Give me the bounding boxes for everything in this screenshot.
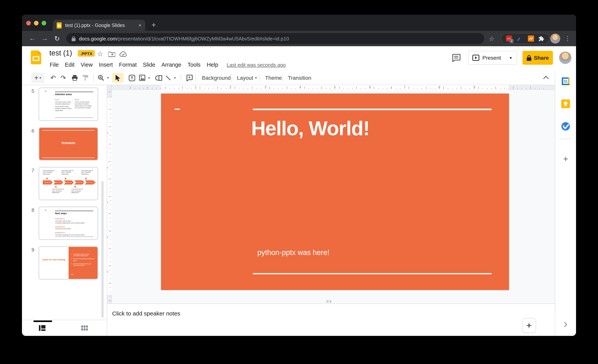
slide-title[interactable]: Hello, World!: [251, 117, 369, 140]
new-slide-button[interactable]: + ▾: [31, 73, 44, 83]
side-panel: 31 +: [555, 71, 576, 336]
slides-logo[interactable]: [31, 50, 41, 64]
document-title[interactable]: test (1): [49, 49, 72, 58]
password-manager-extension-icon[interactable]: ••• 2: [506, 35, 512, 41]
menu-tools[interactable]: Tools: [184, 60, 204, 69]
ruler-number: 2: [107, 167, 109, 168]
current-slide[interactable]: Hello, World! python-pptx was here!: [161, 94, 509, 290]
mini-title: Next steps: [55, 212, 67, 215]
slides-favicon: [57, 22, 62, 28]
account-avatar[interactable]: [559, 52, 571, 64]
comment-history-icon[interactable]: [452, 54, 460, 62]
mini-heading: Assignment 3: [55, 232, 92, 233]
menu-help[interactable]: Help: [204, 60, 221, 69]
insert-comment-button[interactable]: [184, 73, 194, 83]
eyedropper-extension-icon[interactable]: [517, 35, 523, 41]
google-keep-icon[interactable]: [561, 99, 570, 108]
hide-side-panel-chevron-icon[interactable]: [564, 322, 567, 327]
mini-heading: Assignment 2: [55, 226, 92, 228]
analytics-extension-icon[interactable]: [528, 35, 534, 41]
move-to-folder-icon[interactable]: [108, 51, 115, 57]
speaker-notes-placeholder[interactable]: Click to add speaker notes: [112, 310, 180, 317]
menu-format[interactable]: Format: [116, 60, 140, 69]
bookmark-star-icon[interactable]: ☆: [487, 33, 497, 43]
filmstrip-footer-divider: [22, 320, 107, 320]
slides-header: test (1) .PPTX ☆ File Edit View Insert F…: [22, 46, 576, 71]
filmstrip-view-icon[interactable]: [39, 325, 45, 331]
slide-number: 5: [25, 88, 34, 94]
slide-number: 9: [25, 247, 34, 253]
minimize-window-button[interactable]: [34, 21, 39, 25]
menu-arrange[interactable]: Arrange: [158, 60, 184, 69]
theme-button[interactable]: Theme: [263, 73, 284, 83]
layout-button[interactable]: Layout▾: [235, 73, 259, 83]
browser-profile-avatar[interactable]: [550, 33, 560, 43]
notes-resize-handle[interactable]: [327, 300, 331, 303]
google-tasks-icon[interactable]: [561, 122, 570, 131]
grid-view-icon[interactable]: [81, 325, 88, 331]
browser-tab[interactable]: test (1).pptx - Google Slides ×: [53, 20, 145, 31]
undo-button[interactable]: ↶: [48, 73, 58, 83]
transition-button[interactable]: Transition: [285, 73, 314, 83]
menu-slide[interactable]: Slide: [140, 60, 158, 69]
plus-icon: +: [34, 74, 38, 82]
reload-icon[interactable]: ↻: [52, 33, 62, 43]
mini-list-item: Ut enim ad minim veniam, quis nostrud ex…: [73, 263, 95, 266]
speaker-notes-panel[interactable]: Click to add speaker notes: [107, 304, 555, 336]
ruler-number: 1: [107, 132, 109, 134]
share-button[interactable]: Share: [523, 51, 553, 65]
insert-line-button[interactable]: [163, 73, 173, 83]
ruler-number: 7: [404, 85, 405, 89]
image-caret-icon[interactable]: ▾: [146, 73, 152, 83]
redo-button[interactable]: ↷: [58, 73, 68, 83]
extensions-puzzle-icon[interactable]: [539, 36, 544, 41]
menu-edit[interactable]: Edit: [62, 60, 78, 69]
present-icon: [472, 55, 479, 61]
zoom-caret-icon[interactable]: ▾: [105, 73, 111, 83]
menu-view[interactable]: View: [78, 60, 96, 69]
menu-insert[interactable]: Insert: [96, 60, 116, 69]
new-tab-button[interactable]: +: [149, 20, 158, 30]
last-edit-status[interactable]: Last edit was seconds ago: [227, 60, 286, 69]
slide-thumbnail-6[interactable]: Schedule: [39, 127, 98, 161]
paint-format-button[interactable]: [80, 73, 90, 83]
filmstrip-horizontal-scrollbar[interactable]: [33, 321, 52, 322]
google-calendar-icon[interactable]: 31: [561, 77, 570, 86]
insert-image-button[interactable]: [137, 73, 147, 83]
browser-menu-kebab-icon[interactable]: ⋮: [563, 33, 573, 43]
present-button[interactable]: Present: [468, 51, 505, 65]
close-window-button[interactable]: [26, 21, 31, 25]
toolbar-separator: [195, 74, 196, 82]
forward-icon[interactable]: →: [40, 33, 50, 43]
text-box-button[interactable]: [127, 73, 137, 83]
mini-body: Lorem ipsum dolor sit amet: [55, 228, 92, 230]
tab-close-icon[interactable]: ×: [139, 22, 141, 28]
get-add-ons-plus-icon[interactable]: +: [563, 155, 568, 164]
slide-thumbnail-5[interactable]: Attention areas Risk 1 Lorem ipsum dolor…: [39, 87, 98, 121]
mini-heading: Risk 1: [55, 99, 73, 101]
line-caret-icon[interactable]: ▾: [172, 73, 178, 83]
background-button[interactable]: Background: [199, 73, 233, 83]
present-options-button[interactable]: ▾: [505, 51, 517, 65]
slide-thumbnail-7[interactable]: Lorem ipsum dolor sit amet, consectetur …: [39, 167, 98, 200]
explore-button[interactable]: [522, 318, 536, 333]
slide-thumbnail-8[interactable]: Next steps Assignment 1 Lorem ipsum dolo…: [39, 207, 98, 240]
maximize-window-button[interactable]: [42, 21, 46, 25]
menu-file[interactable]: File: [47, 60, 62, 69]
star-document-icon[interactable]: ☆: [96, 50, 104, 58]
insert-shape-button[interactable]: [154, 73, 164, 83]
slide-thumbnail-9[interactable]: Goals for next meeting 1.Lorem ipsum dol…: [39, 246, 98, 280]
address-bar[interactable]: docs.google.com/presentation/d/1lcva0TtO…: [66, 33, 484, 44]
cloud-saved-icon[interactable]: [119, 51, 127, 57]
extensions-group: ••• 2: [501, 33, 549, 44]
zoom-button[interactable]: [96, 73, 106, 83]
slide-canvas-area: 1 2 3 4 5 6 7 8 9 1 2 3 4 5: [107, 85, 555, 304]
slide-subtitle[interactable]: python-pptx was here!: [257, 248, 329, 257]
side-panel-divider: [559, 139, 572, 139]
mini-list-item: Lorem ipsum dolor sit amet, consectetur …: [73, 253, 95, 257]
print-button[interactable]: [70, 73, 80, 83]
filmstrip-scrollbar[interactable]: [101, 181, 104, 318]
back-icon[interactable]: ←: [27, 33, 37, 43]
select-tool-button[interactable]: [112, 73, 124, 83]
collapse-toolbar-icon[interactable]: [543, 75, 549, 79]
